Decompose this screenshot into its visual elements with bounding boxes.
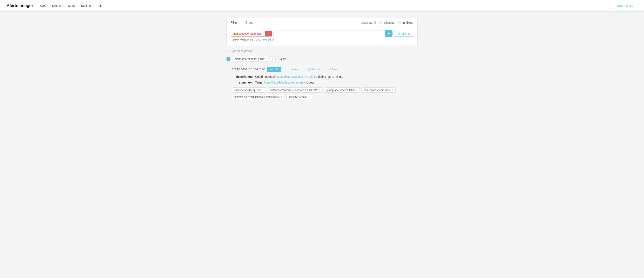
silence-icon [397,32,400,35]
alert-timestamp: 2024-10-15T13:16:14.512Z [232,68,265,71]
filter-add-button[interactable]: + [385,30,392,37]
label-tag-namespace: namespace="team-labs" + [361,88,396,92]
filter-silence-label: Silence [401,32,410,35]
label-tag-instance: instance="https://blue-labs.labs.try-apl… [268,88,322,92]
filter-tag-text: namespace="team-labs" [231,31,265,36]
brand-title: Alertmanager [6,3,33,8]
source-icon [286,68,290,71]
filter-input[interactable] [273,30,383,37]
tab-group[interactable]: Group [241,18,258,27]
expand-all-row[interactable]: + Expand all groups [226,46,418,54]
tab-filter[interactable]: Filter [226,18,241,27]
silence-tab-label: Silence [311,68,320,71]
main-nav: Alerts Silences Status Settings Help [40,4,102,8]
receiver-group: Receiver: All Silenced Inhibited [360,21,413,24]
hint-text: Custom matcher, e.g. env="production" [231,38,413,42]
filter-card: Filter Group Receiver: All Silenced Inhi… [226,18,418,46]
filter-body: namespace="team-labs" ✕ + Silence Custom… [226,27,418,46]
nav-item-settings[interactable]: Settings [81,4,92,8]
filter-tag-remove-button[interactable]: ✕ [265,31,272,36]
description-label: description: [232,75,253,78]
link-icon [328,68,331,71]
summary-link[interactable]: https://blue-labs.labs.try-apl.net/ [264,81,305,84]
filter-tag: namespace="team-labs" ✕ [231,31,272,37]
label-tag-namespace-text: namespace="team-labs" [364,89,390,92]
label-tags: cluster="labs.try-apl.net" + instance="h… [232,88,418,100]
inhibited-toggle-group: Inhibited [398,21,413,24]
label-tag-prometheus: prometheus="monitoring/po-prometheus" + [232,94,285,100]
nav-item-silences[interactable]: Silences [52,4,63,8]
hint-prefix: Custom matcher, e.g. [231,38,254,42]
topbar: Alertmanager Alerts Silences Status Sett… [0,0,644,12]
info-label: Info [274,68,278,71]
alert-group: − alertname="ProbeFailing" + 1 alert 202… [226,56,418,102]
alert-group-header: − alertname="ProbeFailing" + 1 alert [226,56,418,62]
label-tag-severity-text: severity="critical" [288,96,307,98]
label-tag-prometheus-text: prometheus="monitoring/po-prometheus" [234,96,280,98]
group-add-button[interactable]: + [270,56,276,62]
info-dash-icon: — [270,68,273,71]
filter-row: namespace="team-labs" ✕ + Silence [231,30,413,37]
tab-source-button[interactable]: Source [284,66,302,72]
hint-example[interactable]: env="production" [256,38,275,42]
alert-item: 2024-10-15T13:16:14.512Z — Info Source [232,64,418,102]
silenced-toggle-group: Silenced [379,21,394,24]
group-tag: alertname="ProbeFailing" [232,56,268,62]
label-tag-cluster: cluster="labs.try-apl.net" + [232,88,266,92]
silence-tab-icon [307,68,310,71]
nav-item-alerts[interactable]: Alerts [40,4,47,8]
label-tag-cluster-text: cluster="labs.try-apl.net" [234,89,261,92]
summary-row: summary: Target https://blue-labs.labs.t… [232,81,418,84]
topbar-left: Alertmanager Alerts Silences Status Sett… [6,3,102,8]
tab-silence-button[interactable]: Silence [304,66,323,72]
collapse-group-button[interactable]: − [226,57,230,61]
silenced-checkbox[interactable] [379,21,382,24]
filter-tabs-bar: Filter Group Receiver: All Silenced Inhi… [226,18,418,27]
nav-item-help[interactable]: Help [96,4,102,8]
expand-plus-icon: + [226,49,228,53]
receiver-label: Receiver: All [360,21,376,24]
inhibited-checkbox[interactable] [398,21,401,24]
summary-value: Target https://blue-labs.labs.try-apl.ne… [255,81,316,84]
label-tag-job-text: job="probe-services-labs" [326,89,354,92]
source-label: Source [290,68,299,71]
alert-count: 1 alert [278,57,286,60]
expand-all-label: Expand all groups [230,49,253,52]
filter-silence-button[interactable]: Silence [394,31,413,37]
filter-tab-group: Filter Group [226,18,258,27]
label-tag-instance-plus[interactable]: + [319,88,320,92]
description-row: description: Could not reach https://blu… [232,75,418,78]
label-tag-prometheus-plus[interactable]: + [281,95,282,98]
summary-label: summary: [232,81,253,84]
tab-link-button[interactable]: Link [325,66,340,72]
summary-suffix: is down [305,81,316,84]
label-tag-severity: severity="critical" + [286,94,312,100]
label-tag-job-plus[interactable]: + [356,88,358,92]
link-label: Link [332,68,337,71]
label-tag-severity-plus[interactable]: + [308,95,310,98]
inhibited-label: Inhibited [402,21,413,24]
label-tag-cluster-plus[interactable]: + [262,88,264,92]
description-suffix: during last 1 minute [317,75,343,78]
alert-details: description: Could not reach https://blu… [232,75,418,84]
summary-text: Target [255,81,264,84]
main-content: Filter Group Receiver: All Silenced Inhi… [223,18,421,102]
label-tag-namespace-plus[interactable]: + [392,88,393,92]
collapse-icon: − [228,58,229,60]
nav-item-status[interactable]: Status [68,4,76,8]
alert-time-row: 2024-10-15T13:16:14.512Z — Info Source [232,66,418,72]
label-tag-instance-text: instance="https://blue-labs.labs.try-apl… [270,89,318,92]
description-value: Could not reach https://blue-labs.labs.t… [255,75,343,78]
description-text: Could not reach [255,75,276,78]
new-silence-button[interactable]: New Silence [613,3,638,9]
description-link[interactable]: https://blue-labs.labs.try-apl.net/ [276,75,317,78]
silenced-label: Silenced [384,21,394,24]
label-tag-job: job="probe-services-labs" + [324,88,360,92]
tab-info-button[interactable]: — Info [267,66,281,72]
